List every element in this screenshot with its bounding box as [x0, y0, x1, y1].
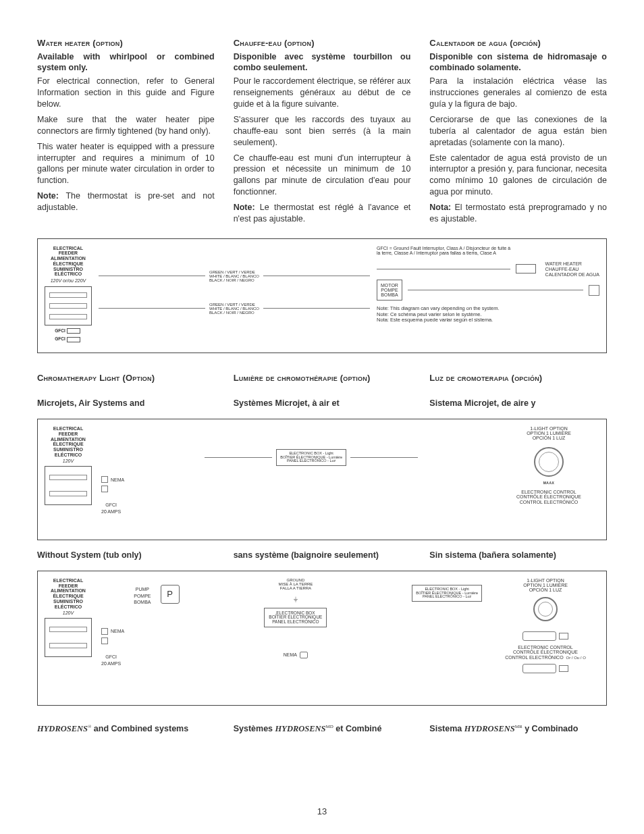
hydro-fr: Systèmes HYDROSENSMD et Combiné	[234, 723, 411, 735]
motor-icon	[589, 285, 599, 296]
heading-en: Water heater (option)	[37, 37, 215, 49]
sub-row-b: Without System (tub only) sans système (…	[37, 550, 607, 561]
gfci-row-2: GFCI	[55, 336, 82, 342]
feeder-label: ELECTRICAL FEEDER ALIMENTATION ÉLECTRIQU…	[51, 246, 86, 284]
p-fr-3: Ce chauffe-eau est muni d'un interrupteu…	[234, 153, 411, 199]
gfci-legend: GFCI = Ground Fault Interruptor, Class A…	[377, 246, 512, 256]
control-pad-icon	[522, 631, 556, 641]
breaker-panel-icon	[45, 618, 92, 657]
pump-icon: P	[161, 585, 180, 604]
outlet-icon	[101, 486, 108, 492]
plug-icon	[300, 652, 308, 658]
breaker-icon	[67, 328, 80, 334]
hydro-en: HYDROSENS® and Combined systems	[37, 723, 215, 735]
maax-logo: MAAX	[543, 481, 555, 486]
gfci-row-1: GFCI	[55, 328, 82, 334]
nema-label: NEMA	[111, 477, 124, 483]
diagram-notes: Note: This diagram can vary depending on…	[377, 306, 552, 323]
sub-row-a: Microjets, Air Systems and Systèmes Micr…	[37, 398, 607, 409]
electronic-box-small-2: ELECTRONIC BOX - LightBOÎTIER ÉLECTRONIQ…	[412, 585, 482, 602]
suba-es: Sistema Microjet, de aire y	[429, 398, 607, 409]
hydro-es: Sistema HYDROSENSMR y Combinado	[429, 723, 607, 735]
motor-label: MOTORPOMPEBOMBA	[377, 280, 402, 301]
suba-en: Microjets, Air Systems and	[37, 398, 215, 409]
page-number: 13	[0, 806, 644, 818]
electronic-control-label: ELECTRONIC CONTROLCONTRÔLE ÉLECTRONIQUEC…	[516, 490, 581, 504]
chroma-en: Chromatherapy Light (Option)	[37, 372, 215, 384]
light-option-label: 1-LIGHT OPTIONOPTION 1 LUMIÈREOPCIÓN 1 L…	[527, 426, 571, 440]
subb-es: Sin sistema (bañera solamente)	[429, 550, 607, 561]
p-es-1: Para la instalación eléctrica véase las …	[429, 76, 607, 110]
sub-fr: Disponible avec système tourbillon ou co…	[234, 51, 411, 74]
outlet-icon	[101, 637, 108, 644]
p-fr-1: Pour le raccordement électrique, se réfé…	[234, 76, 411, 110]
chroma-heading-row: Chromatherapy Light (Option) Lumière de …	[37, 372, 607, 386]
col-fr: Chauffe-eau (option) Disponible avec sys…	[234, 37, 411, 229]
heading-fr: Chauffe-eau (option)	[234, 37, 411, 49]
light-option-label-2: 1-LIGHT OPTIONOPTION 1 LUMIÈREOPCIÓN 1 L…	[523, 578, 568, 592]
outlet-icon	[101, 476, 108, 483]
water-heater-section: Water heater (option) Available with whi…	[37, 37, 607, 229]
diagram-chroma-b: ELECTRICALFEEDER ALIMENTATIONÉLECTRIQUE …	[37, 571, 607, 706]
control-pad-icon	[522, 664, 556, 673]
electronic-box-big: ELECTRONIC BOXBOÎTIER ÉLECTRONIQUEPANEL …	[264, 608, 327, 628]
p-en-3: This water heater is equipped with a pre…	[37, 141, 215, 187]
subb-en: Without System (tub only)	[37, 550, 215, 561]
heading-es: Calentador de agua (opción)	[429, 37, 607, 49]
p-en-2: Make sure that the water heater pipe con…	[37, 114, 215, 137]
subb-fr: sans système (baignoire seulement)	[234, 550, 411, 561]
chroma-fr: Lumière de chromothérapie (option)	[234, 372, 411, 384]
breaker-panel-icon	[45, 466, 92, 505]
diagram-water-heater: ELECTRICAL FEEDER ALIMENTATION ÉLECTRIQU…	[37, 238, 607, 353]
sub-en: Available with whirlpool or combined sys…	[37, 51, 215, 74]
feeder-label-3: ELECTRICALFEEDER ALIMENTATIONÉLECTRIQUE …	[51, 578, 86, 616]
light-icon	[534, 447, 564, 477]
note-es: Nota: El termostato está preprogramado y…	[429, 202, 607, 225]
electronic-control-label-2: ELECTRONIC CONTROL CONTRÔLE ÉLECTRONIQUE…	[505, 645, 586, 660]
connector-icon	[559, 665, 568, 672]
water-heater-label: WATER HEATERCHAUFFE-EAUCALENTADOR DE AGU…	[545, 261, 599, 277]
chroma-es: Luz de cromoterapia (opción)	[429, 372, 607, 384]
wire-colors-1: GREEN / VERT / VERDEWHITE / BLANC / BLAN…	[209, 270, 259, 282]
ground-label: GROUNDMISE À LA TERREFALLA A TIERRA	[278, 578, 313, 590]
sub-es: Disponible con sistema de hidromasaje o …	[429, 51, 607, 74]
ground-icon: ⏚	[294, 594, 298, 604]
wire-colors-2: GREEN / VERT / VERDEWHITE / BLANC / BLAN…	[209, 303, 259, 315]
connector-icon	[559, 633, 568, 640]
p-en-1: For electrical connection, refer to Gene…	[37, 76, 215, 110]
breaker-panel-icon	[45, 286, 92, 325]
gfci-amp-label: GFCI20 AMPS	[101, 654, 121, 667]
note-fr: Note: Le thermostat est réglé à l'avance…	[234, 202, 411, 225]
p-es-2: Cerciorarse de que las conexiones de la …	[429, 114, 607, 149]
light-icon	[533, 597, 558, 621]
feeder-label-2: ELECTRICALFEEDER ALIMENTATIONÉLECTRIQUE …	[51, 426, 86, 464]
gfci-amp-label: GFCI20 AMPS	[101, 502, 121, 515]
breaker-icon	[67, 337, 80, 342]
note-en: Note: The thermostat is pre-set and not …	[37, 190, 215, 213]
outlet-icon	[101, 628, 108, 635]
p-es-3: Este calentador de agua está provisto de…	[429, 153, 607, 199]
hydrosens-row: HYDROSENS® and Combined systems Systèmes…	[37, 723, 607, 735]
water-heater-icon	[516, 264, 536, 273]
col-en: Water heater (option) Available with whi…	[37, 37, 215, 229]
col-es: Calentador de agua (opción) Disponible c…	[429, 37, 607, 229]
suba-fr: Systèmes Microjet, à air et	[234, 398, 411, 409]
p-fr-2: S'assurer que les raccords des tuyaux au…	[234, 114, 411, 149]
diagram-chroma-a: ELECTRICALFEEDER ALIMENTATIONÉLECTRIQUE …	[37, 419, 607, 540]
electronic-box-small: ELECTRONIC BOX - LightBOÎTIER ÉLECTRONIQ…	[276, 449, 346, 466]
pump-block: PUMPPOMPEBOMBA	[134, 578, 151, 605]
